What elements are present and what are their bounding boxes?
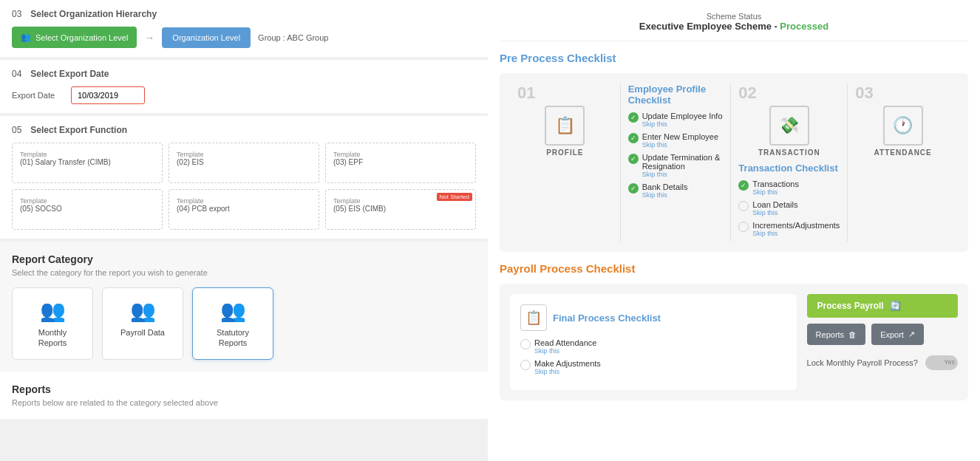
section-03-header: 03 Select Organization Hierarchy (12, 9, 476, 19)
check-empty-inc (738, 222, 749, 232)
item-text-area-3: Update Termination & Resignation Skip th… (642, 153, 724, 178)
item-update-employee: ✓ Update Employee Info Skip this (628, 112, 724, 128)
item-text-area: Update Employee Info Skip this (642, 112, 723, 128)
export-date-label: Export Date (12, 91, 64, 100)
template-label: Template (333, 151, 468, 158)
template-card[interactable]: Template(04) PCB export (169, 189, 319, 230)
template-label: Template (20, 197, 154, 205)
export-btn-label: Export (880, 330, 904, 339)
transactions-skip[interactable]: Skip this (752, 188, 799, 196)
report-card-icon: 👥 (203, 298, 262, 323)
people-icon: 👥 (21, 33, 31, 42)
item-text-area-2: Enter New Employee Skip this (642, 132, 718, 148)
new-employee-text: Enter New Employee (642, 132, 718, 141)
report-category-card[interactable]: 👥StatutoryReports (192, 287, 273, 360)
toggle-yes-label: Yes (944, 358, 955, 366)
reports-title: Reports (12, 383, 476, 395)
final-process-label: Final Process Checklist (553, 313, 661, 324)
attendance-icon: 🕐 (883, 106, 923, 146)
template-name: (02) EIS (177, 158, 311, 166)
template-name: (05) EIS (CIMB) (333, 205, 468, 213)
report-category-title: Report Category (12, 253, 476, 265)
reports-btn-label: Reports (816, 330, 845, 339)
bank-skip[interactable]: Skip this (642, 191, 688, 199)
make-adjustments-skip[interactable]: Skip this (534, 368, 601, 375)
col-profile: 01 📋 PROFILE (510, 83, 621, 242)
template-name: (01) Salary Transfer (CIMB) (20, 158, 154, 166)
org-level-badge: Organization Level (162, 27, 251, 48)
termination-text: Update Termination & Resignation (642, 153, 724, 171)
select-org-button[interactable]: 👥 Select Organization Level (12, 27, 137, 48)
transactions-text: Transactions (752, 180, 799, 188)
section-04-header: 04 Select Export Date (12, 69, 476, 79)
report-card-icon: 👥 (23, 298, 82, 323)
template-card[interactable]: Template(01) Salary Transfer (CIMB) (12, 143, 163, 183)
update-employee-skip[interactable]: Skip this (642, 120, 723, 128)
new-employee-skip[interactable]: Skip this (642, 141, 718, 148)
item-bank: ✓ Bank Details Skip this (628, 182, 724, 199)
transaction-icon-label: TRANSACTION (758, 148, 820, 157)
item-text-area-6: Loan Details Skip this (752, 200, 797, 216)
scheme-status-label: Scheme Status (500, 12, 968, 21)
profile-checklist-title: Employee Profile Checklist (628, 83, 724, 106)
attendance-icon-label: ATTENDANCE (874, 148, 932, 157)
template-name: (04) PCB export (177, 205, 311, 213)
templates-grid: Template(01) Salary Transfer (CIMB)Templ… (12, 143, 476, 230)
template-label: Template (177, 151, 311, 158)
profile-icon: 📋 (545, 106, 585, 146)
payroll-buttons-area: Process Payroll 🔄 Reports 🗑 Export ↗ Loc… (807, 294, 958, 390)
clipboard-icon: 📋 (520, 304, 547, 331)
item-loan: Loan Details Skip this (738, 200, 840, 216)
report-category-subtitle: Select the category for the report you w… (12, 268, 476, 277)
final-process-card: 📋 Final Process Checklist Read Attendanc… (510, 294, 797, 390)
reports-button[interactable]: Reports 🗑 (807, 324, 866, 345)
scheme-status-block: Scheme Status Executive Employee Scheme … (500, 12, 968, 41)
section-03-title: Select Organization Hierarchy (30, 9, 157, 19)
report-card-label: Payroll Data (113, 327, 172, 338)
not-started-badge: Not Started (437, 193, 472, 201)
arrow-right-icon: → (144, 32, 154, 44)
template-card[interactable]: Template(05) EIS (CIMB)Not Started (325, 189, 476, 230)
process-payroll-label: Process Payroll (817, 301, 884, 311)
item-transactions: ✓ Transactions Skip this (738, 180, 840, 196)
section-05-number: 05 (12, 125, 21, 135)
report-card-icon: 👥 (113, 298, 172, 323)
section-org-hierarchy: 03 Select Organization Hierarchy 👥 Selec… (0, 0, 488, 57)
loan-text: Loan Details (752, 200, 797, 209)
section-05-header: 05 Select Export Function (12, 125, 476, 135)
section-04-title: Select Export Date (30, 69, 109, 79)
check-icon-trans: ✓ (738, 180, 749, 191)
transaction-icon: 💸 (769, 106, 809, 146)
report-category-card[interactable]: 👥MonthlyReports (12, 287, 93, 360)
section-05-title: Select Export Function (30, 125, 127, 135)
final-process-title-row: 📋 Final Process Checklist (520, 304, 786, 331)
item-read-area: Read Attendance Skip this (534, 338, 596, 355)
lock-toggle[interactable]: Yes (925, 355, 958, 370)
section-export-date: 04 Select Export Date Export Date (0, 60, 488, 113)
col-profile-items: Employee Profile Checklist ✓ Update Empl… (621, 83, 732, 242)
item-read-attendance: Read Attendance Skip this (520, 338, 786, 355)
export-date-input[interactable] (71, 86, 145, 104)
increments-text: Increments/Adjustments (752, 221, 840, 230)
report-category-card[interactable]: 👥Payroll Data (102, 287, 183, 360)
export-button[interactable]: Export ↗ (871, 324, 924, 345)
transaction-icon-area: 💸 TRANSACTION (738, 106, 840, 157)
increments-skip[interactable]: Skip this (752, 230, 840, 237)
read-attendance-skip[interactable]: Skip this (534, 347, 596, 355)
loan-skip[interactable]: Skip this (752, 209, 797, 216)
template-name: (05) SOCSO (20, 205, 154, 213)
bank-text: Bank Details (642, 182, 688, 191)
check-icon-update: ✓ (628, 112, 639, 123)
col-01-number: 01 (517, 83, 613, 103)
item-termination: ✓ Update Termination & Resignation Skip … (628, 153, 724, 178)
template-card[interactable]: Template(03) EPF (325, 143, 476, 183)
refresh-icon: 🔄 (890, 301, 901, 311)
template-card[interactable]: Template(02) EIS (169, 143, 319, 183)
col-attendance: 03 🕐 ATTENDANCE (848, 83, 958, 242)
group-label: Group : ABC Group (258, 33, 328, 42)
select-org-label: Select Organization Level (35, 33, 128, 42)
template-card[interactable]: Template(05) SOCSO (12, 189, 163, 230)
profile-icon-label: PROFILE (546, 148, 583, 157)
termination-skip[interactable]: Skip this (642, 171, 724, 178)
process-payroll-button[interactable]: Process Payroll 🔄 (807, 294, 958, 318)
